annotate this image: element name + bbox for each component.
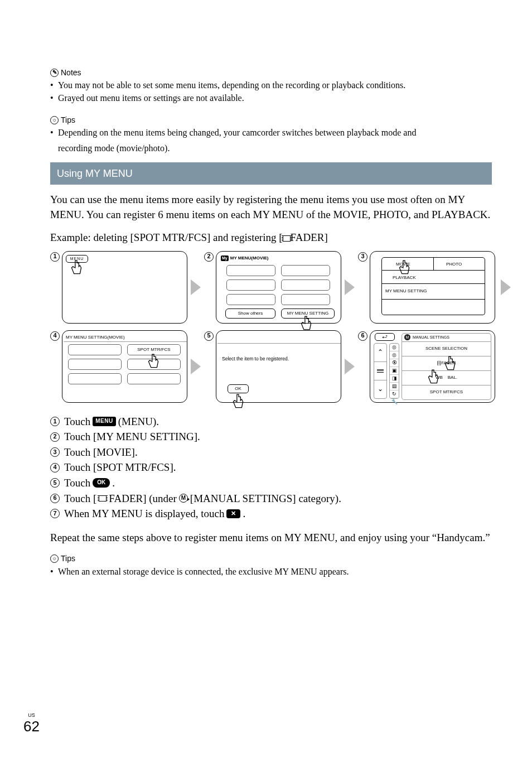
menu-slot[interactable]: [68, 359, 122, 370]
tips-icon: ☼: [50, 116, 59, 124]
film-icon: [99, 495, 107, 502]
category-icon[interactable]: ⦿: [390, 359, 399, 367]
notes-item: Grayed out menu items or settings are no…: [50, 92, 492, 104]
example-prefix: Example: deleting [SPOT MTR/FCS] and reg…: [50, 232, 283, 243]
step-7: 7 When MY MENU is displayed, touch ✕ .: [50, 506, 492, 522]
tips-list-2: When an external storage device is conne…: [50, 566, 492, 578]
section-heading: Using MY MENU: [50, 162, 492, 185]
step-number-5: 5: [204, 331, 214, 341]
nav-column: ⌃ ⌄: [374, 343, 387, 399]
empty-row: [381, 300, 485, 315]
step-4: 4 Touch [SPOT MTR/FCS].: [50, 460, 492, 475]
category-icon[interactable]: ↻: [390, 390, 399, 398]
step-text: .: [243, 506, 245, 522]
arrow-right-icon: [345, 359, 355, 374]
example-suffix: FADER]: [291, 232, 328, 243]
menu-badge-icon: MENU: [93, 417, 115, 426]
step-number-1: 1: [50, 252, 60, 262]
arrow-right-icon: [501, 279, 511, 295]
screen-5-text: Select the item to be registered.: [222, 355, 289, 362]
menu-slot[interactable]: [281, 294, 330, 305]
hand-pointer-icon: [69, 259, 84, 276]
nav-down-button[interactable]: ⌄: [374, 380, 386, 398]
step-number-icon: 1: [50, 417, 60, 426]
step-number-icon: 4: [50, 463, 60, 472]
tips-item: Depending on the menu items being change…: [50, 127, 492, 139]
screen-3: MOVIE PHOTO PLAYBACK MY MENU SETTING: [370, 251, 495, 324]
step-text: Touch: [64, 414, 90, 430]
step-number-2: 2: [204, 252, 214, 262]
my-menu-setting-row[interactable]: MY MENU SETTING: [381, 284, 485, 300]
category-icon[interactable]: ◎: [390, 351, 399, 359]
step-number-icon: 2: [50, 432, 60, 442]
menu-item-spot-mtr-fcs[interactable]: SPOT MTR/FCS: [402, 385, 491, 400]
step-number-icon: 3: [50, 447, 60, 457]
show-others-button[interactable]: Show others: [225, 308, 275, 319]
step-2: 2 Touch [MY MENU SETTING].: [50, 429, 492, 445]
category-icon[interactable]: ▣: [390, 367, 399, 375]
category-icon[interactable]: 🔧: [390, 398, 399, 406]
back-button[interactable]: ⮐: [375, 333, 395, 341]
menu-slot[interactable]: [68, 373, 122, 384]
step-number-icon: 5: [50, 478, 60, 488]
hand-pointer-icon: [146, 353, 161, 370]
step-text: When MY MENU is displayed, touch: [64, 506, 224, 522]
my-badge: My: [221, 255, 229, 261]
screen-5: Select the item to be registered. OK: [216, 330, 341, 403]
hand-pointer-icon: [231, 393, 245, 410]
menu-slot[interactable]: [226, 294, 275, 305]
category-icon-column: ◎ ◎ ⦿ ▣ ◨ ▤ ↻ 🔧: [389, 343, 399, 399]
ok-badge-icon: OK: [93, 478, 110, 488]
film-icon-small: 目: [437, 360, 441, 367]
category-icon[interactable]: ▤: [390, 383, 399, 390]
screens-row-1: 1 MENU 2 My MY MENU(MOVIE) Show others M…: [50, 251, 492, 324]
category-icon[interactable]: ◎: [390, 344, 399, 351]
menu-slot[interactable]: [281, 265, 330, 276]
hand-pointer-icon: [299, 315, 313, 332]
nav-list-button[interactable]: [374, 362, 386, 380]
step-text: (MENU).: [118, 414, 159, 430]
tips-heading-2: ☼ Tips: [50, 553, 492, 564]
ok-button[interactable]: OK: [228, 384, 249, 393]
category-icon[interactable]: ◨: [390, 375, 399, 383]
m-circle-icon: M: [179, 494, 188, 503]
close-badge-icon: ✕: [226, 509, 240, 518]
tips-heading: ☼ Tips: [50, 114, 492, 126]
screen-4: MY MENU SETTING(MOVIE) SPOT MTR/FCS: [62, 330, 187, 403]
category-header: M MANUAL SETTINGS: [402, 333, 491, 342]
step-1: 1 Touch MENU (MENU).: [50, 414, 492, 430]
screen-6: ⮐ ⌃ ⌄ ◎ ◎ ⦿ ▣ ◨ ▤ ↻ 🔧 M MANUAL SETTINGS …: [370, 330, 495, 403]
notes-heading-text: Notes: [61, 67, 81, 78]
screen-2: My MY MENU(MOVIE) Show others MY MENU SE…: [216, 251, 341, 324]
tips-heading-text: Tips: [61, 114, 75, 126]
notes-list: You may not be able to set some menu ite…: [50, 79, 492, 104]
tips-icon: ☼: [50, 555, 59, 563]
hand-pointer-icon: [397, 259, 412, 276]
arrow-right-icon: [191, 279, 201, 295]
tips-list: Depending on the menu items being change…: [50, 127, 492, 139]
film-icon: [283, 235, 291, 242]
menu-slot[interactable]: [127, 373, 181, 384]
hand-pointer-icon: [443, 355, 457, 372]
step-text: Touch: [64, 475, 90, 491]
nav-up-button[interactable]: ⌃: [374, 344, 386, 362]
intro-paragraph: You can use the menu items more easily b…: [50, 192, 492, 222]
arrow-right-icon: [345, 279, 355, 295]
menu-slot[interactable]: [281, 279, 330, 291]
step-text: Touch [MOVIE].: [64, 445, 138, 460]
bal-label: BAL.: [448, 374, 457, 381]
divider-line: [217, 343, 341, 344]
menu-slot[interactable]: [226, 279, 275, 291]
menu-slot[interactable]: [226, 265, 275, 276]
screen-2-title: My MY MENU(MOVIE): [221, 255, 268, 262]
arrow-right-icon: [191, 359, 201, 374]
category-header-text: MANUAL SETTINGS: [413, 335, 449, 340]
step-number-icon: 7: [50, 509, 60, 518]
menu-item-scene-selection[interactable]: SCENE SELECTION: [402, 342, 491, 356]
menu-slot[interactable]: [68, 344, 122, 355]
hand-pointer-icon: [426, 369, 441, 385]
photo-button[interactable]: PHOTO: [446, 261, 462, 268]
screen-1: MENU: [62, 251, 187, 324]
menu-item-wb-bal[interactable]: WB BAL.: [402, 371, 491, 385]
step-3: 3 Touch [MOVIE].: [50, 445, 492, 460]
